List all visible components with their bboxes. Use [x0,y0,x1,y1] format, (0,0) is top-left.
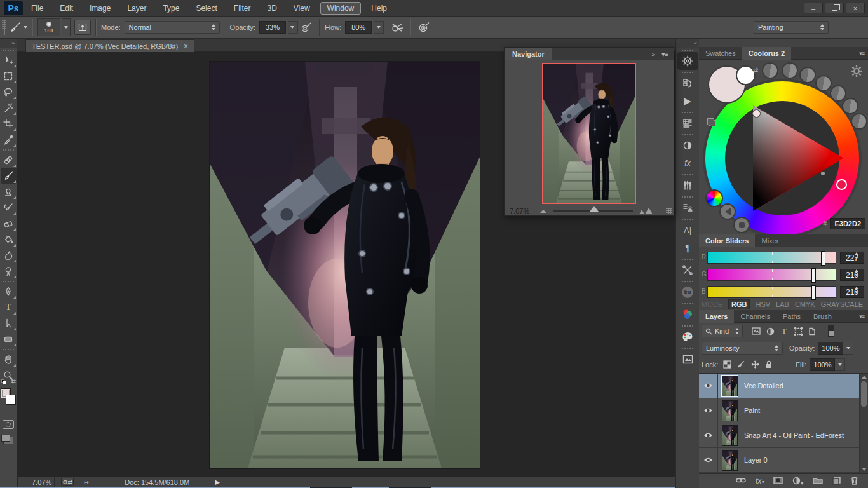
zoom-in-icon[interactable] [639,208,653,214]
menu-layer[interactable]: Layer [119,0,154,17]
tab-channels[interactable]: Channels [734,310,776,323]
lock-all-icon[interactable] [765,360,773,370]
adjustments-panel-icon[interactable] [677,137,698,154]
document-close-icon[interactable]: × [184,42,188,51]
brush-preset-picker[interactable]: 181 [37,18,71,36]
eyedropper-tool[interactable] [1,132,17,147]
mix-preview-circle[interactable] [815,75,832,92]
lock-pixels-icon[interactable] [737,360,745,370]
swap-colors-icon[interactable]: ⇄ [11,378,16,384]
tab-color-sliders[interactable]: Color Sliders [699,234,755,247]
filter-type-layers-icon[interactable]: T [777,325,791,337]
mode-lab[interactable]: LAB [776,301,789,308]
new-group-button[interactable] [813,477,823,485]
strip-expand-button[interactable]: « [676,39,699,48]
navigator-zoom-slider[interactable] [553,210,633,212]
panel-collapse-icon[interactable]: » [652,51,656,58]
smudge-tool[interactable] [1,247,17,263]
panel-menu-icon[interactable]: ▾≡ [859,50,868,57]
tools-panel-icon[interactable] [677,261,698,279]
tablet-pressure-size-button[interactable] [416,20,432,35]
minimize-button[interactable]: – [804,3,823,13]
layer-blend-mode-select[interactable]: Luminosity [702,342,783,355]
flow-value[interactable]: 80% [345,21,372,34]
lasso-tool[interactable] [1,84,17,100]
crop-tool[interactable] [1,116,17,132]
sync-settings-icon[interactable]: ⚙⇄ [61,478,74,486]
navigator-tab[interactable]: Navigator [505,48,552,60]
filter-shape-layers-icon[interactable] [791,325,805,337]
tab-swatches[interactable]: Swatches [699,47,742,60]
eraser-tool[interactable] [1,215,17,231]
layer-row-vec-detailed[interactable]: Vec Detailed [699,374,859,398]
status-menu-arrow-icon[interactable]: ▶ [215,478,220,485]
opacity-value[interactable]: 33% [259,21,286,34]
mix-preview-circle[interactable] [762,62,778,79]
layer-row-layer0[interactable]: Layer 0 [699,448,859,473]
green-slider[interactable] [707,269,836,281]
restore-button[interactable] [825,3,844,13]
layer-fill-value[interactable]: 100% [810,358,835,371]
visibility-toggle[interactable] [699,448,718,473]
mode-hsv[interactable]: HSV [756,301,770,308]
layer-name[interactable]: Layer 0 [744,456,768,464]
clone-source-panel-icon[interactable] [677,199,698,217]
scrollbar-thumb[interactable] [861,381,867,407]
coolorus-swap-icon[interactable]: ⇄ [752,66,758,74]
pen-tool[interactable] [1,283,17,299]
mode-rgb[interactable]: RGB [728,299,750,309]
square-mode-button[interactable] [733,217,750,233]
layer-fill-dropdown[interactable] [835,358,845,371]
zoom-out-icon[interactable] [540,210,546,213]
visibility-toggle[interactable] [699,423,718,448]
opacity-dropdown-button[interactable] [288,21,298,34]
menu-type[interactable]: Type [154,0,187,17]
add-mask-button[interactable] [773,477,783,485]
filter-toggle-switch[interactable] [828,325,834,337]
type-tool[interactable]: T [1,299,17,315]
tab-paths[interactable]: Paths [776,310,807,323]
tablet-pressure-opacity-button[interactable] [298,20,315,35]
mix-preview-circle[interactable] [830,85,846,102]
shape-tool[interactable] [1,331,17,347]
layer-thumbnail[interactable] [722,376,738,396]
layer-thumbnail[interactable] [722,450,738,471]
paragraph-panel-icon[interactable]: ¶ [677,239,698,257]
triangle-mode-button[interactable] [719,203,736,220]
share-icon[interactable]: ↦ [80,478,93,486]
move-tool[interactable] [1,52,17,68]
layer-opacity-value[interactable]: 100% [818,342,843,355]
navigator-proxy-view[interactable] [542,63,636,204]
tool-presets-panel-icon[interactable] [677,114,698,132]
tab-coolorus[interactable]: Coolorus 2 [742,47,791,60]
menu-help[interactable]: Help [363,0,395,17]
toolbar-collapse-button[interactable]: » [0,39,17,48]
clone-stamp-tool[interactable] [1,184,17,200]
blue-slider[interactable] [707,286,836,298]
magic-wand-tool[interactable] [1,100,17,116]
green-value-field[interactable]: 210 [840,269,864,281]
menu-3d[interactable]: 3D [259,0,285,17]
mix-preview-circle[interactable] [842,98,858,114]
menu-view[interactable]: View [285,0,318,17]
layer-name[interactable]: Paint [744,407,760,414]
filter-pixel-layers-icon[interactable] [749,325,763,337]
hand-tool[interactable] [1,351,17,367]
flow-dropdown-button[interactable] [374,21,384,34]
green-stepper[interactable] [855,269,858,276]
toolbar-grip-handle[interactable] [3,50,14,51]
path-selection-tool[interactable] [1,315,17,331]
panel-menu-icon[interactable]: ▾≡ [661,51,668,58]
airbrush-toggle-button[interactable] [389,20,405,35]
actions-panel-icon[interactable]: ▶ [677,92,698,110]
delete-layer-button[interactable] [850,476,858,486]
background-color-swatch[interactable] [6,395,16,405]
default-colors-icon[interactable] [1,379,7,384]
visibility-toggle[interactable] [699,374,718,398]
filter-smart-objects-icon[interactable] [805,325,819,337]
options-grip-handle[interactable] [2,20,6,35]
green-slider-thumb[interactable] [811,268,816,283]
zoom-slider-thumb[interactable] [590,206,599,212]
menu-image[interactable]: Image [81,0,119,17]
blend-mode-select[interactable]: Normal [125,21,220,34]
